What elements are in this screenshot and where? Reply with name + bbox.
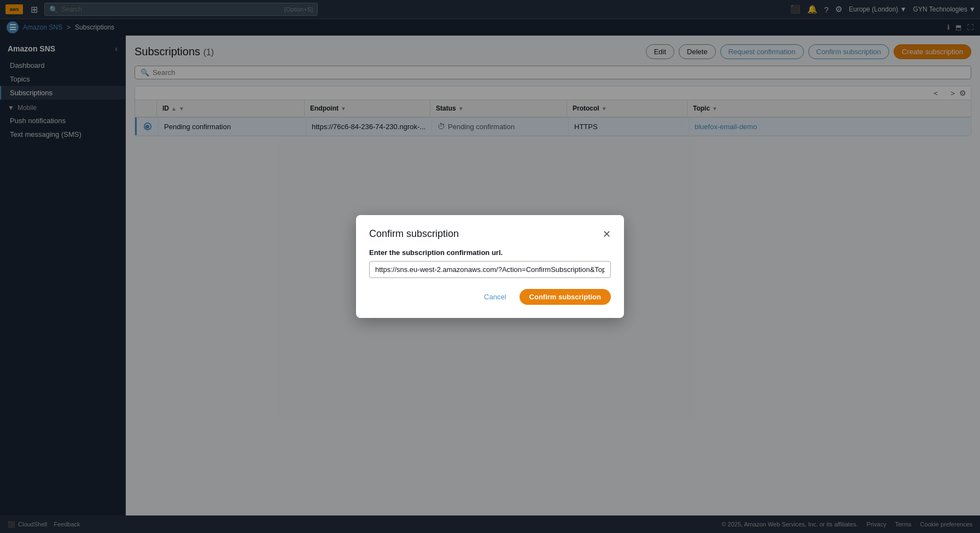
confirm-subscription-modal: Confirm subscription ✕ Enter the subscri…: [356, 215, 624, 318]
modal-field-label: Enter the subscription confirmation url.: [369, 248, 611, 257]
modal-cancel-button[interactable]: Cancel: [477, 289, 512, 304]
modal-footer: Cancel Confirm subscription: [369, 289, 611, 305]
modal-close-button[interactable]: ✕: [603, 229, 611, 239]
modal-confirm-button[interactable]: Confirm subscription: [520, 289, 611, 305]
modal-header: Confirm subscription ✕: [369, 228, 611, 240]
modal-title: Confirm subscription: [369, 228, 459, 240]
modal-url-input[interactable]: [369, 261, 611, 278]
modal-overlay: Confirm subscription ✕ Enter the subscri…: [0, 0, 980, 533]
